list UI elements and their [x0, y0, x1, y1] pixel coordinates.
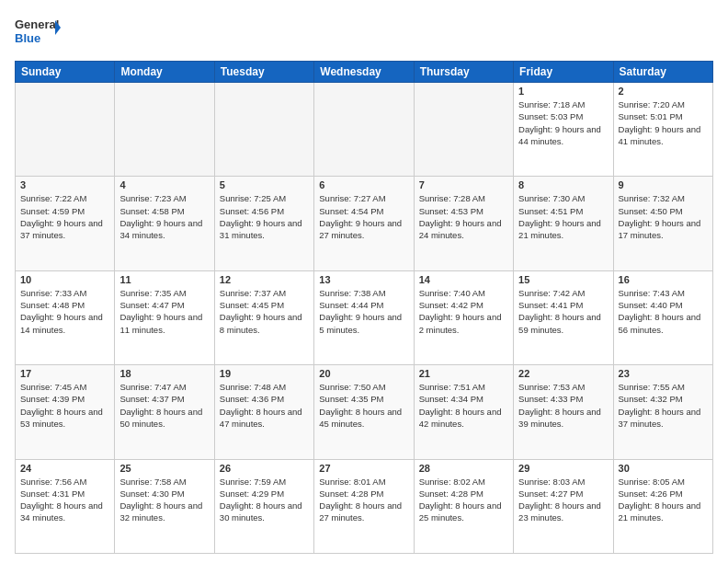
calendar-cell: 13Sunrise: 7:38 AMSunset: 4:44 PMDayligh…: [314, 270, 414, 364]
day-info-line: Sunset: 4:35 PM: [319, 393, 408, 405]
day-info-line: Daylight: 8 hours and 53 minutes.: [20, 406, 109, 431]
day-info-line: Sunset: 4:26 PM: [619, 488, 708, 500]
day-info-line: Daylight: 9 hours and 31 minutes.: [220, 217, 309, 242]
day-info: Sunrise: 7:22 AMSunset: 4:59 PMDaylight:…: [20, 192, 109, 241]
weekday-header-monday: Monday: [115, 62, 214, 83]
day-info-line: Sunrise: 7:37 AM: [220, 287, 309, 299]
day-info: Sunrise: 7:58 AMSunset: 4:30 PMDaylight:…: [119, 476, 209, 524]
calendar-cell: 12Sunrise: 7:37 AMSunset: 4:45 PMDayligh…: [214, 270, 313, 364]
day-number: 13: [319, 274, 408, 285]
day-info-line: Daylight: 8 hours and 50 minutes.: [119, 406, 209, 431]
calendar-cell: 26Sunrise: 7:59 AMSunset: 4:29 PMDayligh…: [214, 459, 313, 553]
day-info-line: Sunset: 4:53 PM: [419, 205, 508, 217]
day-info-line: Sunset: 4:48 PM: [20, 299, 109, 311]
day-info-line: Sunrise: 7:28 AM: [419, 192, 508, 204]
day-info-line: Sunset: 4:28 PM: [319, 488, 408, 500]
day-info: Sunrise: 7:28 AMSunset: 4:53 PMDaylight:…: [419, 192, 508, 241]
day-info-line: Sunrise: 7:32 AM: [619, 192, 708, 204]
calendar-cell: 25Sunrise: 7:58 AMSunset: 4:30 PMDayligh…: [115, 459, 214, 553]
calendar-cell: 28Sunrise: 8:02 AMSunset: 4:28 PMDayligh…: [414, 459, 513, 553]
day-info-line: Daylight: 9 hours and 5 minutes.: [319, 311, 408, 336]
day-number: 19: [220, 368, 309, 379]
weekday-header-sunday: Sunday: [16, 62, 115, 83]
day-info: Sunrise: 7:47 AMSunset: 4:37 PMDaylight:…: [119, 381, 209, 430]
day-info: Sunrise: 7:23 AMSunset: 4:58 PMDaylight:…: [119, 192, 209, 241]
day-number: 29: [518, 463, 608, 474]
day-info-line: Sunrise: 7:25 AM: [220, 192, 309, 204]
day-info: Sunrise: 7:50 AMSunset: 4:35 PMDaylight:…: [319, 381, 408, 430]
day-info-line: Daylight: 9 hours and 17 minutes.: [619, 217, 708, 242]
day-info-line: Sunrise: 7:58 AM: [119, 476, 209, 488]
day-info: Sunrise: 7:35 AMSunset: 4:47 PMDaylight:…: [119, 287, 209, 336]
day-info-line: Daylight: 9 hours and 11 minutes.: [119, 311, 209, 336]
day-info-line: Sunset: 4:29 PM: [220, 488, 309, 500]
calendar-cell: 15Sunrise: 7:42 AMSunset: 4:41 PMDayligh…: [514, 270, 613, 364]
weekday-header-saturday: Saturday: [613, 62, 712, 83]
day-info: Sunrise: 7:25 AMSunset: 4:56 PMDaylight:…: [220, 192, 309, 241]
calendar-week-row: 24Sunrise: 7:56 AMSunset: 4:31 PMDayligh…: [16, 459, 713, 553]
calendar-cell: 30Sunrise: 8:05 AMSunset: 4:26 PMDayligh…: [613, 459, 712, 553]
calendar-cell: 8Sunrise: 7:30 AMSunset: 4:51 PMDaylight…: [514, 177, 613, 270]
day-info: Sunrise: 7:55 AMSunset: 4:32 PMDaylight:…: [619, 381, 708, 430]
weekday-header-thursday: Thursday: [414, 62, 513, 83]
day-info-line: Sunset: 4:51 PM: [518, 205, 608, 217]
calendar-cell: 27Sunrise: 8:01 AMSunset: 4:28 PMDayligh…: [314, 459, 414, 553]
day-info-line: Sunset: 4:40 PM: [619, 299, 708, 311]
calendar-cell: 5Sunrise: 7:25 AMSunset: 4:56 PMDaylight…: [214, 177, 313, 270]
day-info-line: Daylight: 9 hours and 27 minutes.: [319, 217, 408, 242]
day-info-line: Daylight: 8 hours and 39 minutes.: [518, 406, 608, 431]
calendar-week-row: 1Sunrise: 7:18 AMSunset: 5:03 PMDaylight…: [16, 83, 713, 177]
day-info: Sunrise: 7:32 AMSunset: 4:50 PMDaylight:…: [619, 192, 708, 241]
day-info-line: Daylight: 9 hours and 41 minutes.: [619, 123, 708, 148]
calendar-cell: 16Sunrise: 7:43 AMSunset: 4:40 PMDayligh…: [613, 270, 712, 364]
weekday-header-tuesday: Tuesday: [214, 62, 313, 83]
day-info-line: Sunset: 4:30 PM: [119, 488, 209, 500]
day-number: 11: [119, 274, 209, 285]
calendar-week-row: 3Sunrise: 7:22 AMSunset: 4:59 PMDaylight…: [16, 177, 713, 270]
day-info-line: Sunset: 4:32 PM: [619, 393, 708, 405]
day-info-line: Sunrise: 7:45 AM: [20, 381, 109, 393]
day-number: 16: [619, 274, 708, 285]
day-info: Sunrise: 8:05 AMSunset: 4:26 PMDaylight:…: [619, 476, 708, 524]
day-info-line: Daylight: 9 hours and 44 minutes.: [518, 123, 608, 148]
day-info-line: Sunrise: 7:40 AM: [419, 287, 508, 299]
day-info-line: Daylight: 9 hours and 8 minutes.: [220, 311, 309, 336]
day-number: 26: [220, 463, 309, 474]
day-info: Sunrise: 8:02 AMSunset: 4:28 PMDaylight:…: [419, 476, 508, 524]
day-info-line: Daylight: 9 hours and 37 minutes.: [20, 217, 109, 242]
day-info-line: Daylight: 9 hours and 34 minutes.: [119, 217, 209, 242]
day-number: 3: [20, 179, 109, 190]
day-number: 27: [319, 463, 408, 474]
calendar-cell: 18Sunrise: 7:47 AMSunset: 4:37 PMDayligh…: [115, 365, 214, 459]
day-info-line: Sunset: 4:36 PM: [220, 393, 309, 405]
day-info-line: Sunrise: 7:56 AM: [20, 476, 109, 488]
day-info: Sunrise: 7:33 AMSunset: 4:48 PMDaylight:…: [20, 287, 109, 336]
day-info-line: Daylight: 8 hours and 32 minutes.: [119, 500, 209, 524]
day-info: Sunrise: 7:48 AMSunset: 4:36 PMDaylight:…: [220, 381, 309, 430]
day-number: 6: [319, 179, 408, 190]
day-info-line: Sunset: 4:41 PM: [518, 299, 608, 311]
day-info: Sunrise: 7:56 AMSunset: 4:31 PMDaylight:…: [20, 476, 109, 524]
calendar-cell: 23Sunrise: 7:55 AMSunset: 4:32 PMDayligh…: [613, 365, 712, 459]
day-info-line: Sunrise: 8:02 AM: [419, 476, 508, 488]
day-number: 8: [518, 179, 608, 190]
day-info-line: Sunrise: 7:38 AM: [319, 287, 408, 299]
calendar-cell: [414, 83, 513, 177]
day-info: Sunrise: 7:40 AMSunset: 4:42 PMDaylight:…: [419, 287, 508, 336]
day-info-line: Sunrise: 7:22 AM: [20, 192, 109, 204]
day-info-line: Daylight: 9 hours and 14 minutes.: [20, 311, 109, 336]
calendar-week-row: 17Sunrise: 7:45 AMSunset: 4:39 PMDayligh…: [16, 365, 713, 459]
day-info-line: Sunset: 4:27 PM: [518, 488, 608, 500]
calendar-table: SundayMondayTuesdayWednesdayThursdayFrid…: [15, 61, 713, 554]
day-info-line: Sunrise: 7:47 AM: [119, 381, 209, 393]
day-info-line: Daylight: 8 hours and 27 minutes.: [319, 500, 408, 524]
day-info-line: Sunrise: 7:42 AM: [518, 287, 608, 299]
day-info: Sunrise: 7:18 AMSunset: 5:03 PMDaylight:…: [518, 98, 608, 147]
day-info: Sunrise: 8:01 AMSunset: 4:28 PMDaylight:…: [319, 476, 408, 524]
calendar-week-row: 10Sunrise: 7:33 AMSunset: 4:48 PMDayligh…: [16, 270, 713, 364]
calendar-cell: [314, 83, 414, 177]
calendar-cell: 9Sunrise: 7:32 AMSunset: 4:50 PMDaylight…: [613, 177, 712, 270]
day-number: 22: [518, 368, 608, 379]
day-info-line: Sunset: 4:44 PM: [319, 299, 408, 311]
day-info-line: Sunset: 4:37 PM: [119, 393, 209, 405]
